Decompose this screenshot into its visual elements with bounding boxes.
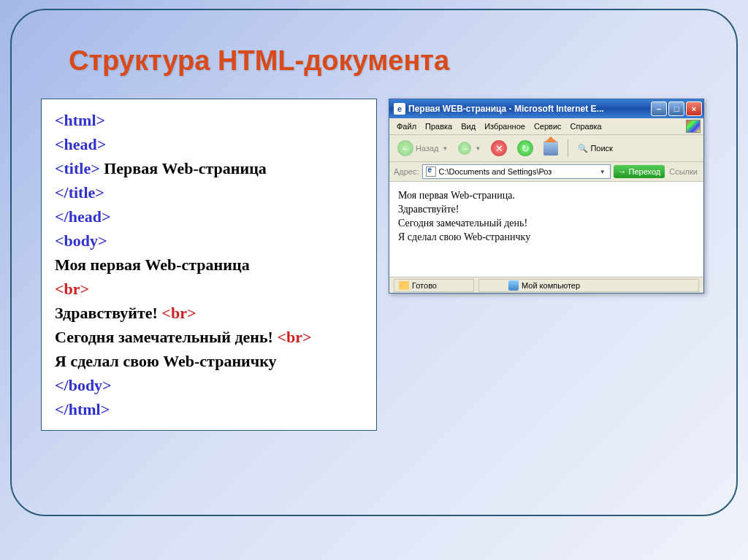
address-value: C:\Documents and Settings\Роз (439, 167, 595, 176)
slide-frame: Структура HTML-документа <html> <head> <… (10, 9, 738, 516)
tag-br-2: <br> (161, 304, 196, 322)
address-bar: Адрес: C:\Documents and Settings\Роз ▼ →… (389, 162, 703, 182)
address-label: Адрес: (394, 167, 419, 176)
tag-br-1: <br> (55, 280, 89, 298)
slide-title: Структура HTML-документа (69, 45, 707, 77)
address-dropdown-icon[interactable]: ▼ (598, 169, 607, 175)
status-done-label: Готово (412, 281, 437, 290)
home-button[interactable] (540, 139, 562, 158)
menu-edit[interactable]: Правка (421, 120, 457, 132)
content-line-2: Здравствуйте! (398, 203, 695, 217)
tag-html-open: <html> (55, 111, 105, 129)
home-icon (543, 141, 558, 156)
menubar: Файл Правка Вид Избранное Сервис Справка (389, 118, 703, 135)
content-line-3: Сегодня замечательный день! (398, 217, 695, 231)
go-label: Переход (629, 167, 661, 176)
tag-title-open: <title> (55, 159, 100, 177)
tag-head-open: <head> (55, 135, 106, 153)
minimize-button[interactable]: – (651, 101, 667, 116)
content-line-4: Я сделал свою Web-страничку (398, 231, 695, 245)
tag-head-close: </head> (55, 207, 110, 226)
close-button[interactable]: × (686, 101, 702, 116)
body-line3: Сегодня замечательный день! (55, 328, 277, 346)
back-label: Назад (416, 144, 439, 153)
fwd-dropdown-icon: ▼ (475, 145, 481, 152)
links-label[interactable]: Ссылки (668, 167, 699, 176)
toolbar-separator (568, 139, 568, 157)
search-icon: 🔍 (578, 144, 588, 153)
status-done: Готово (394, 279, 474, 292)
search-button[interactable]: 🔍 Поиск (574, 142, 616, 156)
maximize-button[interactable]: □ (668, 101, 684, 116)
search-label: Поиск (590, 144, 612, 153)
stop-button[interactable]: ✕ (487, 138, 511, 158)
status-zone: Мой компьютер (478, 279, 699, 292)
back-button[interactable]: ← Назад ▼ (394, 138, 451, 158)
back-arrow-icon: ← (397, 140, 413, 156)
stop-icon: ✕ (491, 140, 507, 156)
back-dropdown-icon: ▼ (443, 145, 449, 152)
html-code-example: <html> <head> <title> Первая Web-страниц… (41, 99, 377, 431)
page-icon (426, 166, 436, 177)
tag-body-close: </body> (55, 376, 112, 394)
browser-window: e Первая WEB-страница - Microsoft Intern… (389, 99, 704, 294)
ie-app-icon: e (394, 103, 405, 115)
refresh-button[interactable]: ↻ (514, 138, 537, 158)
menu-view[interactable]: Вид (457, 120, 480, 132)
tag-body-open: <body> (55, 231, 107, 250)
done-icon (399, 281, 409, 290)
my-computer-icon (508, 280, 519, 291)
go-button[interactable]: → Переход (614, 165, 665, 178)
window-title: Первая WEB-страница - Microsoft Internet… (408, 104, 651, 114)
body-line4: Я сделал свою Web-страничку (55, 352, 277, 370)
menu-favorites[interactable]: Избранное (480, 120, 530, 132)
titlebar[interactable]: e Первая WEB-страница - Microsoft Intern… (389, 99, 703, 118)
menu-help[interactable]: Справка (566, 120, 606, 132)
title-text: Первая Web-страница (100, 159, 267, 177)
forward-arrow-icon: → (458, 142, 471, 155)
tag-title-close: </title> (55, 183, 104, 202)
content-line-1: Моя первая Web-страница. (398, 189, 695, 203)
windows-logo-icon (686, 120, 701, 133)
status-zone-label: Мой компьютер (522, 281, 580, 290)
window-controls: – □ × (651, 101, 702, 116)
tag-br-3: <br> (277, 328, 311, 346)
body-line1: Моя первая Web-страница (55, 256, 250, 274)
menu-tools[interactable]: Сервис (530, 120, 566, 132)
toolbar: ← Назад ▼ → ▼ ✕ ↻ 🔍 (389, 135, 703, 162)
address-input[interactable]: C:\Documents and Settings\Роз ▼ (422, 164, 611, 179)
menu-file[interactable]: Файл (392, 120, 421, 132)
status-bar: Готово Мой компьютер (389, 277, 703, 293)
go-arrow-icon: → (618, 166, 627, 177)
refresh-icon: ↻ (517, 140, 533, 156)
forward-button[interactable]: → ▼ (454, 139, 484, 157)
body-line2: Здравствуйте! (55, 304, 161, 322)
content-row: <html> <head> <title> Первая Web-страниц… (41, 99, 707, 431)
tag-html-close: </html> (55, 400, 110, 418)
page-content: Моя первая Web-страница. Здравствуйте! С… (389, 182, 703, 277)
